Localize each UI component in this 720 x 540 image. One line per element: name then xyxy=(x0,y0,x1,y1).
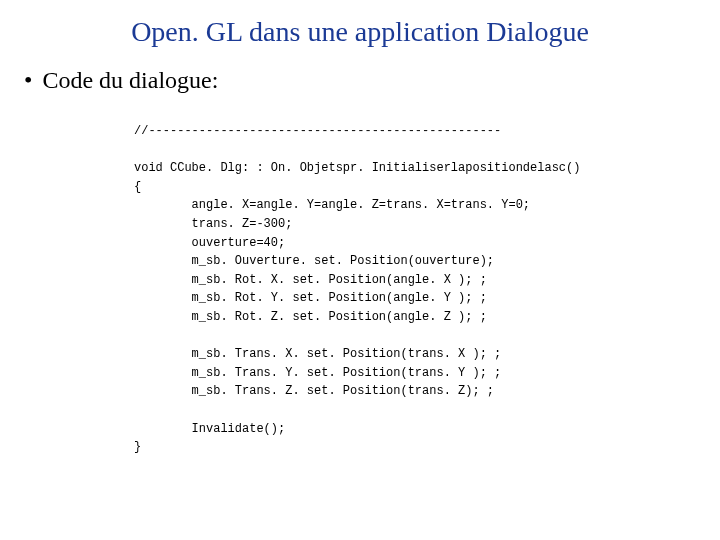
code-line: angle. X=angle. Y=angle. Z=trans. X=tran… xyxy=(134,198,530,212)
code-line: } xyxy=(134,440,141,454)
page-title: Open. GL dans une application Dialogue xyxy=(24,16,696,48)
slide: Open. GL dans une application Dialogue •… xyxy=(0,0,720,540)
code-line: { xyxy=(134,180,141,194)
code-line: m_sb. Rot. Z. set. Position(angle. Z ); … xyxy=(134,310,487,324)
bullet-text: Code du dialogue: xyxy=(42,66,218,94)
code-line: m_sb. Ouverture. set. Position(ouverture… xyxy=(134,254,494,268)
code-line: Invalidate(); xyxy=(134,422,285,436)
code-block: //--------------------------------------… xyxy=(134,122,696,457)
code-line: //--------------------------------------… xyxy=(134,124,501,138)
code-line: m_sb. Rot. X. set. Position(angle. X ); … xyxy=(134,273,487,287)
bullet-dot-icon: • xyxy=(24,66,32,94)
code-line: m_sb. Trans. X. set. Position(trans. X )… xyxy=(134,347,501,361)
code-line: m_sb. Trans. Y. set. Position(trans. Y )… xyxy=(134,366,501,380)
code-line: void CCube. Dlg: : On. Objetspr. Initial… xyxy=(134,161,580,175)
code-line: m_sb. Trans. Z. set. Position(trans. Z);… xyxy=(134,384,494,398)
code-line: m_sb. Rot. Y. set. Position(angle. Y ); … xyxy=(134,291,487,305)
bullet-item: • Code du dialogue: xyxy=(24,66,696,94)
code-line: ouverture=40; xyxy=(134,236,285,250)
code-line: trans. Z=-300; xyxy=(134,217,292,231)
